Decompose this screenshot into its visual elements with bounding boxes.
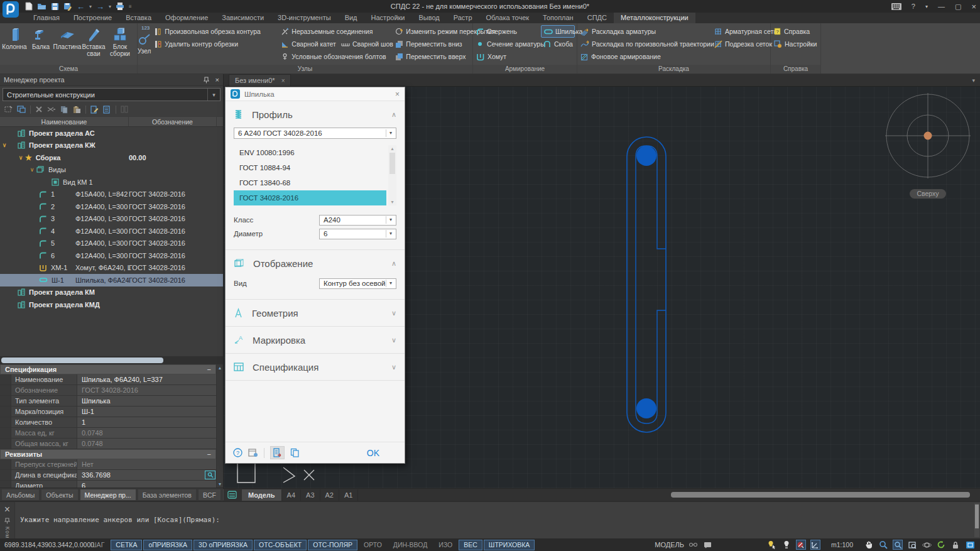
tree-row-rebar-5[interactable]: 5Ф12А400, L=300ГОСТ 34028-2016 (0, 237, 223, 250)
canvas-horizontal-scrollbar[interactable] (671, 492, 970, 498)
stud-outer-contour[interactable] (627, 137, 666, 432)
tree-row-rebar-2[interactable]: 2Ф12А400, L=300ГОСТ 34028-2016 (0, 200, 223, 213)
fillet-weld-button[interactable]: Сварной катет (278, 38, 339, 50)
tab-glavnaya[interactable]: Главная (26, 13, 67, 23)
tab-obekty[interactable]: Объекты (41, 489, 78, 501)
section-specification-dlg[interactable]: Спецификация ∨ (234, 354, 396, 380)
cut-icon[interactable] (47, 106, 56, 113)
tab-vid[interactable]: Вид (338, 13, 364, 23)
layout-tab-a4[interactable]: А4 (282, 489, 301, 501)
redo-caret-icon[interactable]: ▾ (109, 2, 111, 11)
scroll-down-icon[interactable]: ▾ (217, 481, 223, 487)
tree-row-homut[interactable]: ХМ-1Хомут, Ф6А240, LГОСТ 34028-2016 (0, 262, 223, 275)
section-profile[interactable]: Профиль ∧ (234, 101, 396, 128)
copy-icon[interactable] (60, 106, 68, 114)
ucs-icon[interactable] (810, 540, 820, 550)
pan-hand-icon[interactable] (864, 540, 874, 550)
scale-indicator[interactable]: m1:100 (831, 541, 853, 548)
expand-chevron-icon[interactable]: ∨ (0, 142, 9, 148)
orbit-icon[interactable] (922, 540, 932, 550)
prop-row[interactable]: Количество1 (0, 417, 216, 428)
command-scrollbar[interactable] (974, 503, 979, 537)
chevron-up-icon[interactable]: ∧ (391, 259, 396, 268)
stud-button[interactable]: Шпилька (541, 25, 575, 38)
regen-icon[interactable] (936, 540, 946, 550)
rebar-mesh-button[interactable]: Арматурная сетка (712, 25, 768, 38)
tree-row-sborka[interactable]: ∨★Сборка00.00 (0, 151, 223, 164)
plate-button[interactable]: Пластина (54, 25, 80, 65)
rebar-section-button[interactable]: Сечение арматуры (474, 38, 540, 50)
auto-annotation-icon[interactable] (781, 540, 792, 550)
pile-button[interactable]: Вставка сваи (80, 25, 107, 65)
tree-row-project-kmd[interactable]: Проект раздела КМД (0, 298, 223, 311)
standard-option[interactable]: ENV 10080:1996 (234, 145, 386, 160)
bolt-symbols-button[interactable]: Условные обозначения болтов (278, 50, 391, 63)
toggle-izo[interactable]: ИЗО (433, 540, 457, 550)
standard-option[interactable]: ГОСТ 13840-68 (234, 175, 386, 190)
dialog-close-icon[interactable]: × (395, 90, 400, 99)
stud-bottom-bend[interactable] (636, 398, 656, 418)
command-close-icon[interactable]: × (4, 504, 10, 515)
expand-chevron-icon[interactable]: ∨ (16, 155, 25, 161)
toggle-oprivyazka[interactable]: оПРИВЯЗКА (143, 540, 192, 550)
tree-row-project-km[interactable]: Проект раздела КМ (0, 286, 223, 299)
new-file-icon[interactable] (25, 2, 33, 11)
tab-nastroyki[interactable]: Настройки (364, 13, 412, 23)
tab-oblaka-tochek[interactable]: Облака точек (479, 13, 536, 23)
open-in-window-icon[interactable] (17, 106, 26, 113)
chevron-down-icon[interactable]: ∨ (391, 336, 396, 344)
scroll-up-icon[interactable]: ▴ (217, 365, 223, 371)
project-type-select[interactable]: Строительные конструкции ▾ (3, 88, 220, 101)
dialog-export-button[interactable] (270, 446, 285, 459)
print-icon[interactable] (116, 2, 124, 11)
edit-sheet-icon[interactable] (90, 106, 99, 114)
tab-postroenie[interactable]: Построение (67, 13, 119, 23)
diameter-select[interactable]: 6▾ (319, 229, 396, 239)
tab-baza-elementov[interactable]: База элементов (138, 489, 197, 501)
lock-ui-icon[interactable] (950, 540, 961, 550)
chevron-down-icon[interactable]: ∨ (391, 309, 396, 317)
toggle-ots-polyar[interactable]: ОТС-ПОЛЯР (308, 540, 357, 550)
glasses-icon[interactable] (689, 540, 699, 550)
scroll-up-icon[interactable]: ▴ (391, 146, 393, 151)
open-file-icon[interactable] (37, 2, 46, 11)
settings-ribbon-button[interactable]: Настройки (771, 38, 820, 50)
save-icon[interactable] (51, 2, 59, 11)
section-marking[interactable]: A Маркировка ∨ (234, 327, 396, 353)
toggle-orto[interactable]: ОРТО (359, 540, 387, 550)
clamp-button[interactable]: Скоба (541, 38, 575, 50)
ok-button[interactable]: OK (367, 448, 379, 458)
rebar-layout-button[interactable]: Раскладка арматуры (578, 25, 710, 38)
prop-row-spec-length[interactable]: Длина в специфика...336.7698 (0, 470, 216, 481)
minimize-button[interactable]: — (938, 3, 945, 10)
delete-icon[interactable] (35, 106, 43, 113)
command-history[interactable]: Укажите направление анкеров или [Косая](… (20, 501, 971, 538)
layout-tab-a3[interactable]: А3 (301, 489, 320, 501)
dialog-title-bar[interactable]: Шпилька × (226, 87, 405, 101)
undo-icon[interactable]: ← (77, 2, 85, 11)
stud-inner-contour[interactable] (636, 146, 666, 423)
tab-vstavka[interactable]: Вставка (119, 13, 158, 23)
paste-icon[interactable] (73, 106, 81, 114)
doc-close-icon[interactable]: × (281, 77, 285, 84)
pick-length-button[interactable] (205, 471, 215, 479)
undo-caret-icon[interactable]: ▾ (89, 2, 92, 11)
tree-row-rebar-4[interactable]: 4Ф12А400, L=300ГОСТ 34028-2016 (0, 225, 223, 237)
tab-topoplan[interactable]: Топоплан (536, 13, 580, 23)
permanent-joints-button[interactable]: Неразъемные соединения (278, 25, 391, 38)
tree-row-rebar-6[interactable]: 6Ф12А400, L=300ГОСТ 34028-2016 (0, 249, 223, 262)
compass-view-label[interactable]: Сверху (910, 189, 946, 199)
combo-caret-icon[interactable]: ▾ (207, 89, 220, 101)
properties-scrollbar[interactable]: ▴▾ (216, 364, 223, 488)
standard-option-selected[interactable]: ГОСТ 34028-2016 (234, 190, 386, 205)
panel-close-icon[interactable]: × (215, 76, 219, 84)
sheet-set-icon[interactable] (227, 491, 237, 499)
help-button[interactable]: ? (912, 3, 915, 10)
tab-albomy[interactable]: Альбомы (1, 489, 40, 501)
profile-select[interactable]: 6 А240 ГОСТ 34028-2016 ▾ (234, 128, 396, 139)
tree-row-vid-km1[interactable]: Вид КМ 1 (0, 176, 223, 188)
class-select[interactable]: А240▾ (319, 215, 396, 226)
toggle-din-vvod[interactable]: ДИН-ВВОД (388, 540, 432, 550)
column-button[interactable]: Колонна (1, 25, 28, 65)
command-pin-icon[interactable] (4, 518, 10, 524)
